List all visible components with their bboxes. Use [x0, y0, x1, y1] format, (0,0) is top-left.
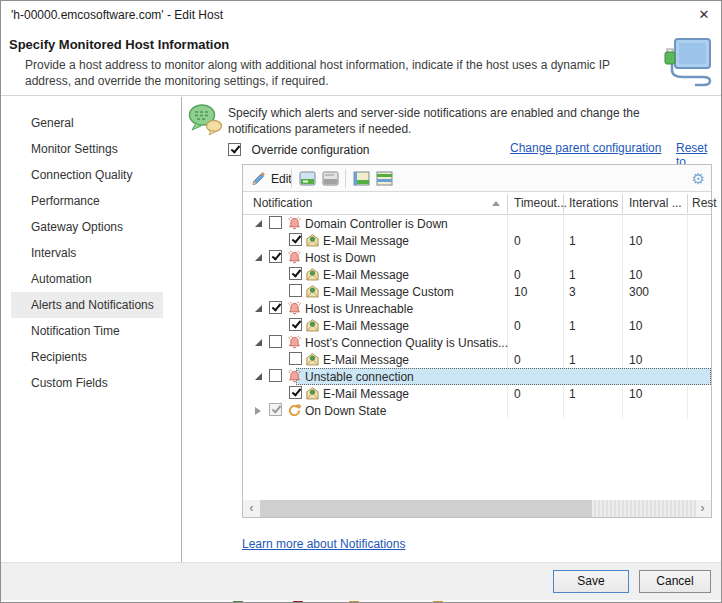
notification-row[interactable]: Host is Unreachable: [243, 300, 711, 317]
collapse-node-icon[interactable]: [255, 305, 262, 312]
sidebar-item-connection-quality[interactable]: Connection Quality: [11, 162, 163, 188]
collapse-groups-button[interactable]: [376, 168, 393, 189]
mail-icon: [305, 352, 320, 367]
cancel-button[interactable]: Cancel: [639, 570, 711, 593]
sidebar-item-general[interactable]: General: [11, 110, 163, 136]
iterations-value: 1: [569, 387, 576, 401]
notification-child-row[interactable]: E-Mail Message0110: [243, 266, 711, 283]
column-divider[interactable]: [507, 194, 508, 213]
notification-row[interactable]: On Down State: [243, 402, 711, 419]
gear-icon[interactable]: ⚙: [692, 168, 705, 189]
notification-row[interactable]: Host's Connection Quality is Unsatis...: [243, 334, 711, 351]
sidebar-item-alerts-and-notifications[interactable]: Alerts and Notifications: [11, 292, 163, 318]
bell-icon: [287, 301, 302, 316]
notification-child-row[interactable]: E-Mail Message Custom103300: [243, 283, 711, 300]
scroll-left-icon[interactable]: ‹: [243, 500, 260, 517]
row-checkbox[interactable]: [289, 284, 302, 297]
interval-value: 10: [629, 353, 642, 367]
dialog-header: Specify Monitored Host Information Provi…: [1, 29, 721, 96]
expand-groups-button[interactable]: [353, 168, 370, 189]
window-title: 'h-00000.emcosoftware.com' - Edit Host: [11, 8, 223, 22]
notification-label: Host's Connection Quality is Unsatis...: [305, 336, 508, 350]
sidebar-item-notification-time[interactable]: Notification Time: [11, 318, 163, 344]
column-notification[interactable]: Notification: [253, 196, 312, 210]
row-checkbox[interactable]: [269, 335, 282, 348]
row-checkbox[interactable]: [269, 369, 282, 382]
close-icon[interactable]: ✕: [693, 5, 715, 25]
mail-icon: [305, 386, 320, 401]
monitored-host-icon: [663, 36, 713, 92]
sort-ascending-icon: [492, 201, 500, 206]
expand-node-icon[interactable]: [255, 407, 261, 415]
sidebar-item-automation[interactable]: Automation: [11, 266, 163, 292]
notification-child-row[interactable]: E-Mail Message0110: [243, 317, 711, 334]
interval-value: 10: [629, 268, 642, 282]
mail-icon: [305, 233, 320, 248]
notification-label: On Down State: [305, 404, 386, 418]
sidebar-item-monitor-settings[interactable]: Monitor Settings: [11, 136, 163, 162]
column-restart[interactable]: Rest: [692, 196, 717, 210]
save-button[interactable]: Save: [553, 570, 629, 593]
scrollbar-track[interactable]: [592, 500, 696, 517]
sidebar-item-performance[interactable]: Performance: [11, 188, 163, 214]
column-interval[interactable]: Interval ...: [629, 196, 682, 210]
row-checkbox[interactable]: [289, 267, 302, 280]
notification-row[interactable]: Domain Controller is Down: [243, 215, 711, 232]
panel-description: Specify which alerts and server-side not…: [228, 105, 706, 137]
notification-child-row[interactable]: E-Mail Message0110: [243, 385, 711, 402]
row-checkbox[interactable]: [269, 301, 282, 314]
enable-notification-button[interactable]: [299, 168, 316, 189]
notification-label: Host is Unreachable: [305, 302, 413, 316]
learn-more-link[interactable]: Learn more about Notifications: [242, 537, 405, 551]
notification-label: E-Mail Message: [323, 268, 409, 282]
page-title: Specify Monitored Host Information: [9, 37, 229, 52]
horizontal-scrollbar[interactable]: ‹ ›: [243, 500, 711, 517]
edit-host-dialog: 'h-00000.emcosoftware.com' - Edit Host ✕…: [0, 0, 722, 603]
notification-child-row[interactable]: E-Mail Message0110: [243, 351, 711, 368]
disable-notification-button[interactable]: [322, 168, 339, 189]
collapse-node-icon[interactable]: [255, 373, 262, 380]
sync-icon: [287, 403, 302, 418]
notification-row[interactable]: Unstable connection: [243, 368, 711, 385]
row-checkbox[interactable]: [289, 318, 302, 331]
collapse-node-icon[interactable]: [255, 220, 262, 227]
sidebar-item-gateway-options[interactable]: Gateway Options: [11, 214, 163, 240]
sidebar-item-intervals[interactable]: Intervals: [11, 240, 163, 266]
timeout-value: 10: [514, 285, 527, 299]
scroll-right-icon[interactable]: ›: [694, 500, 711, 517]
change-parent-configuration-link[interactable]: Change parent configuration: [510, 141, 661, 155]
row-checkbox[interactable]: [269, 250, 282, 263]
alerts-panel: Specify which alerts and server-side not…: [183, 97, 722, 562]
row-checkbox[interactable]: [289, 233, 302, 246]
column-divider[interactable]: [687, 194, 688, 213]
column-divider[interactable]: [563, 194, 564, 213]
override-configuration-label: Override configuration: [251, 143, 369, 157]
bell-icon: [287, 250, 302, 265]
disabled-window-icon: [322, 171, 339, 186]
row-checkbox[interactable]: [269, 403, 282, 416]
grid-header: Notification Timeout... Iterations Inter…: [243, 192, 711, 215]
notification-row[interactable]: Host is Down: [243, 249, 711, 266]
row-checkbox[interactable]: [269, 216, 282, 229]
notification-child-row[interactable]: E-Mail Message0110: [243, 232, 711, 249]
sidebar-item-recipients[interactable]: Recipients: [11, 344, 163, 370]
iterations-value: 1: [569, 268, 576, 282]
toolbar-separator: [291, 169, 292, 188]
row-checkbox[interactable]: [289, 386, 302, 399]
column-iterations[interactable]: Iterations: [569, 196, 618, 210]
row-checkbox[interactable]: [289, 352, 302, 365]
collapse-node-icon[interactable]: [255, 254, 262, 261]
interval-value: 10: [629, 319, 642, 333]
column-timeout[interactable]: Timeout...: [514, 196, 567, 210]
override-configuration-checkbox[interactable]: [228, 143, 241, 156]
notification-label: Host is Down: [305, 251, 376, 265]
column-divider[interactable]: [622, 194, 623, 213]
iterations-value: 1: [569, 353, 576, 367]
collapse-node-icon[interactable]: [255, 339, 262, 346]
pencil-icon: [250, 171, 266, 187]
edit-button[interactable]: Edit: [250, 168, 292, 189]
scrollbar-thumb[interactable]: [260, 500, 592, 517]
mail-icon: [305, 267, 320, 282]
sidebar-item-custom-fields[interactable]: Custom Fields: [11, 370, 163, 396]
collapse-panel-icon: [376, 171, 393, 186]
